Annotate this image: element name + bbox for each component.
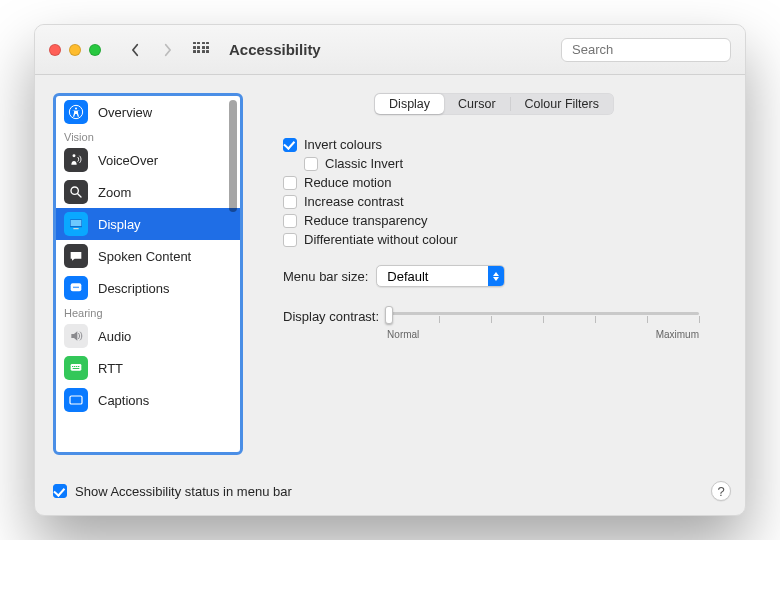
svg-point-9 bbox=[75, 287, 77, 289]
differentiate-colour-checkbox[interactable] bbox=[283, 233, 297, 247]
sidebar-item-label: Captions bbox=[98, 393, 149, 408]
footer: Show Accessibility status in menu bar ? bbox=[35, 473, 745, 515]
tab-cursor[interactable]: Cursor bbox=[444, 94, 510, 114]
svg-rect-16 bbox=[73, 368, 80, 369]
slider-knob[interactable] bbox=[385, 306, 393, 324]
reduce-transparency-label: Reduce transparency bbox=[304, 213, 428, 228]
classic-invert-label: Classic Invert bbox=[325, 156, 403, 171]
search-input[interactable] bbox=[572, 42, 740, 57]
back-button[interactable] bbox=[123, 39, 147, 61]
sidebar-item-label: Zoom bbox=[98, 185, 131, 200]
forward-button bbox=[155, 39, 179, 61]
svg-point-1 bbox=[75, 107, 77, 109]
differentiate-colour-label: Differentiate without colour bbox=[304, 232, 458, 247]
sidebar-item-label: RTT bbox=[98, 361, 123, 376]
category-sidebar: Overview Vision VoiceOver Zoom bbox=[53, 93, 243, 455]
sidebar-item-overview[interactable]: Overview bbox=[56, 96, 240, 128]
sidebar-item-spoken-content[interactable]: Spoken Content bbox=[56, 240, 240, 272]
svg-rect-13 bbox=[74, 366, 75, 367]
close-window-button[interactable] bbox=[49, 44, 61, 56]
increase-contrast-label: Increase contrast bbox=[304, 194, 404, 209]
voiceover-icon bbox=[64, 148, 88, 172]
svg-rect-5 bbox=[71, 220, 82, 226]
tab-colour-filters[interactable]: Colour Filters bbox=[511, 94, 613, 114]
minimize-window-button[interactable] bbox=[69, 44, 81, 56]
svg-point-8 bbox=[73, 287, 75, 289]
svg-rect-6 bbox=[73, 228, 78, 229]
audio-icon bbox=[64, 324, 88, 348]
stepper-icon bbox=[488, 266, 504, 286]
display-contrast-label: Display contrast: bbox=[283, 307, 379, 324]
zoom-icon bbox=[64, 180, 88, 204]
classic-invert-checkbox[interactable] bbox=[304, 157, 318, 171]
invert-colours-label: Invert colours bbox=[304, 137, 382, 152]
titlebar: Accessibility bbox=[35, 25, 745, 75]
show-all-preferences-button[interactable] bbox=[193, 42, 209, 58]
contrast-min-label: Normal bbox=[387, 329, 419, 340]
svg-point-2 bbox=[73, 154, 76, 157]
accessibility-window: Accessibility Overview Vision bbox=[34, 24, 746, 516]
increase-contrast-checkbox[interactable] bbox=[283, 195, 297, 209]
sidebar-item-captions[interactable]: Captions bbox=[56, 384, 240, 416]
menu-bar-size-value: Default bbox=[377, 269, 488, 284]
window-controls bbox=[49, 44, 101, 56]
svg-rect-17 bbox=[70, 396, 82, 404]
menu-bar-size-label: Menu bar size: bbox=[283, 269, 368, 284]
display-icon bbox=[64, 212, 88, 236]
sidebar-item-label: Display bbox=[98, 217, 141, 232]
sidebar-item-label: Overview bbox=[98, 105, 152, 120]
svg-rect-11 bbox=[71, 364, 82, 371]
reduce-motion-checkbox[interactable] bbox=[283, 176, 297, 190]
spoken-content-icon bbox=[64, 244, 88, 268]
display-settings-pane: Display Cursor Colour Filters Invert col… bbox=[261, 93, 727, 455]
svg-rect-12 bbox=[72, 366, 73, 367]
display-contrast-slider[interactable] bbox=[387, 307, 699, 327]
sidebar-item-zoom[interactable]: Zoom bbox=[56, 176, 240, 208]
sidebar-section-hearing: Hearing bbox=[56, 304, 240, 320]
sidebar-item-label: Descriptions bbox=[98, 281, 170, 296]
contrast-max-label: Maximum bbox=[656, 329, 699, 340]
svg-rect-14 bbox=[76, 366, 77, 367]
reduce-motion-label: Reduce motion bbox=[304, 175, 391, 190]
rtt-icon bbox=[64, 356, 88, 380]
sidebar-item-descriptions[interactable]: Descriptions bbox=[56, 272, 240, 304]
tab-display[interactable]: Display bbox=[375, 94, 444, 114]
zoom-window-button[interactable] bbox=[89, 44, 101, 56]
svg-rect-15 bbox=[78, 366, 79, 367]
sidebar-item-rtt[interactable]: RTT bbox=[56, 352, 240, 384]
sidebar-section-vision: Vision bbox=[56, 128, 240, 144]
show-status-menubar-checkbox[interactable] bbox=[53, 484, 67, 498]
sidebar-item-label: Spoken Content bbox=[98, 249, 191, 264]
show-status-menubar-label: Show Accessibility status in menu bar bbox=[75, 484, 292, 499]
sidebar-item-display[interactable]: Display bbox=[56, 208, 240, 240]
search-field[interactable] bbox=[561, 38, 731, 62]
accessibility-icon bbox=[64, 100, 88, 124]
sidebar-item-audio[interactable]: Audio bbox=[56, 320, 240, 352]
svg-point-10 bbox=[77, 287, 79, 289]
reduce-transparency-checkbox[interactable] bbox=[283, 214, 297, 228]
help-button[interactable]: ? bbox=[711, 481, 731, 501]
sidebar-item-label: VoiceOver bbox=[98, 153, 158, 168]
display-tabs: Display Cursor Colour Filters bbox=[374, 93, 614, 115]
sidebar-item-voiceover[interactable]: VoiceOver bbox=[56, 144, 240, 176]
menu-bar-size-select[interactable]: Default bbox=[376, 265, 505, 287]
sidebar-scrollbar[interactable] bbox=[229, 100, 237, 212]
captions-icon bbox=[64, 388, 88, 412]
descriptions-icon bbox=[64, 276, 88, 300]
window-title: Accessibility bbox=[229, 41, 321, 58]
invert-colours-checkbox[interactable] bbox=[283, 138, 297, 152]
sidebar-item-label: Audio bbox=[98, 329, 131, 344]
